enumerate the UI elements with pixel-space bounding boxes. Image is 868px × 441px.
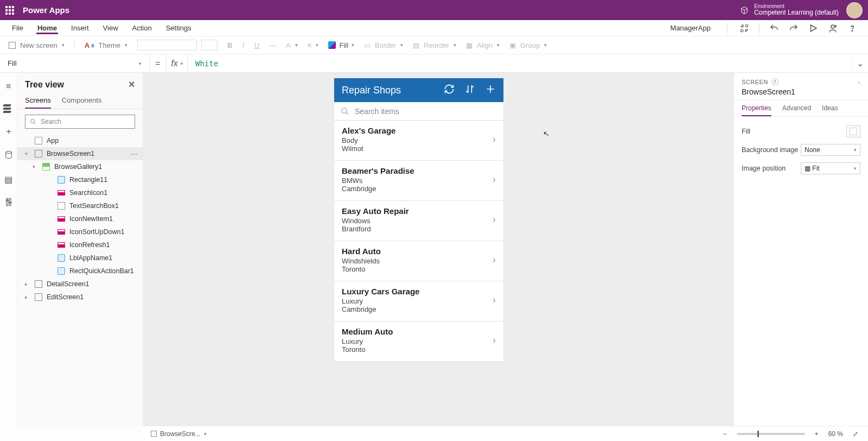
selection-dropdown-icon[interactable]: ▾ bbox=[204, 431, 207, 437]
zoom-out-button[interactable]: − bbox=[721, 430, 729, 438]
current-app-name[interactable]: ManagerApp bbox=[671, 24, 711, 32]
tree-item-editscreen1[interactable]: ▸EditScreen1 bbox=[17, 291, 143, 304]
list-item[interactable]: Beamer's ParadiseBMWsCambridge› bbox=[334, 161, 503, 201]
list-item[interactable]: Medium AutoLuxuryToronto› bbox=[334, 322, 503, 361]
selection-name[interactable]: BrowseScre... bbox=[160, 430, 201, 438]
rail-media-icon[interactable]: ▤ bbox=[3, 174, 14, 185]
fill-button[interactable]: Fill▾ bbox=[328, 41, 354, 49]
info-icon[interactable]: ? bbox=[771, 78, 778, 85]
prop-imgpos-select[interactable]: ▦ Fit▾ bbox=[801, 162, 860, 174]
prop-tab-advanced[interactable]: Advanced bbox=[782, 104, 811, 116]
tree-item-lblappname1[interactable]: LblAppName1 bbox=[17, 251, 143, 264]
rail-data-icon[interactable] bbox=[3, 150, 14, 161]
zoom-slider[interactable] bbox=[737, 433, 805, 435]
text-align-button[interactable]: ≡▾ bbox=[308, 41, 319, 49]
canvas[interactable]: Repair Shops Search items Alex's GarageB… bbox=[143, 73, 733, 426]
align-button[interactable]: ▦ Align ▾ bbox=[466, 41, 500, 49]
selection-type-icon bbox=[151, 431, 157, 437]
menu-tab-insert[interactable]: Insert bbox=[70, 22, 90, 34]
environment-name: Competent Learning (default) bbox=[754, 9, 839, 16]
title-bar: Power Apps Environment Competent Learnin… bbox=[0, 0, 868, 20]
rail-insert-icon[interactable]: ＋ bbox=[3, 126, 14, 137]
group-button[interactable]: ▣ Group ▾ bbox=[509, 41, 547, 49]
fit-to-screen-icon[interactable]: ⤢ bbox=[851, 430, 860, 438]
tree-item-rectquickactionbar1[interactable]: RectQuickActionBar1 bbox=[17, 264, 143, 278]
formula-expand-icon[interactable]: ⌄ bbox=[852, 58, 868, 68]
tree-item-detailscreen1[interactable]: ▸DetailScreen1 bbox=[17, 278, 143, 291]
menu-tab-file[interactable]: File bbox=[11, 22, 24, 34]
italic-button[interactable]: I bbox=[242, 41, 244, 49]
user-avatar[interactable] bbox=[846, 2, 863, 18]
share-icon[interactable] bbox=[828, 23, 838, 33]
underline-button[interactable]: U bbox=[254, 41, 259, 49]
app-preview: Repair Shops Search items Alex's GarageB… bbox=[334, 78, 503, 361]
menu-tab-view[interactable]: View bbox=[102, 22, 119, 34]
play-icon[interactable] bbox=[808, 23, 818, 33]
prop-tab-properties[interactable]: Properties bbox=[742, 104, 771, 116]
font-select[interactable] bbox=[137, 40, 197, 51]
zoom-in-button[interactable]: + bbox=[813, 430, 821, 438]
refresh-icon[interactable] bbox=[444, 84, 455, 97]
tree-item-browsescreen1[interactable]: ▾BrowseScreen1 bbox=[17, 147, 143, 160]
tree-item-iconnewitem1[interactable]: IconNewItem1 bbox=[17, 212, 143, 225]
zoom-value: 60 % bbox=[828, 430, 843, 438]
environment-picker[interactable]: Environment Competent Learning (default) bbox=[740, 3, 839, 16]
chevron-right-icon: › bbox=[493, 254, 496, 266]
app-checker-icon[interactable] bbox=[739, 23, 749, 33]
tree-title: Tree view bbox=[25, 80, 64, 90]
tree-item-browsegallery1[interactable]: ▾BrowseGallery1 bbox=[17, 160, 143, 173]
chevron-right-icon: › bbox=[493, 174, 496, 185]
prop-tab-ideas[interactable]: Ideas bbox=[822, 104, 838, 116]
rail-hamburger-icon[interactable]: ≡ bbox=[3, 81, 14, 91]
menu-tab-home[interactable]: Home bbox=[36, 22, 58, 34]
theme-button[interactable]: Aa Theme▾ bbox=[85, 41, 127, 49]
app-launcher-icon[interactable] bbox=[5, 6, 14, 15]
sort-icon[interactable] bbox=[464, 84, 475, 97]
tree-item-rectangle11[interactable]: Rectangle11 bbox=[17, 173, 143, 186]
tree-tab-screens[interactable]: Screens bbox=[25, 93, 51, 109]
font-color-button[interactable]: A▾ bbox=[286, 41, 298, 49]
equals-sign: = bbox=[150, 59, 166, 68]
tree-view-panel: Tree view ✕ Screens Components Search Ap… bbox=[17, 73, 143, 426]
help-icon[interactable] bbox=[847, 23, 857, 33]
rail-treeview-icon[interactable] bbox=[3, 104, 14, 113]
rail-tools-icon[interactable] bbox=[3, 198, 14, 209]
fx-icon[interactable]: fx▾ bbox=[166, 54, 188, 73]
svg-point-10 bbox=[342, 108, 347, 113]
tree-item-iconrefresh1[interactable]: IconRefresh1 bbox=[17, 238, 143, 251]
add-icon[interactable] bbox=[485, 84, 496, 97]
prop-fill-swatch[interactable] bbox=[846, 125, 860, 137]
svg-point-2 bbox=[831, 25, 834, 28]
scope-label: SCREEN bbox=[742, 79, 768, 85]
redo-icon[interactable] bbox=[789, 23, 799, 33]
paint-bucket-icon bbox=[328, 41, 336, 49]
svg-point-3 bbox=[852, 30, 853, 31]
border-button[interactable]: ▭ Border ▾ bbox=[364, 41, 403, 49]
preview-search[interactable]: Search items bbox=[334, 102, 503, 121]
font-size[interactable] bbox=[201, 40, 218, 51]
property-dropdown[interactable]: Fill▾ bbox=[0, 54, 150, 73]
tree-tab-components[interactable]: Components bbox=[62, 93, 102, 109]
tree-close-icon[interactable]: ✕ bbox=[128, 79, 135, 90]
status-bar: BrowseScre... ▾ − + 60 % ⤢ bbox=[143, 426, 868, 441]
tree-item-searchicon1[interactable]: SearchIcon1 bbox=[17, 186, 143, 199]
list-item[interactable]: Luxury Cars GarageLuxuryCambridge› bbox=[334, 281, 503, 322]
list-item[interactable]: Alex's GarageBodyWilmot› bbox=[334, 121, 503, 161]
menu-tab-settings[interactable]: Settings bbox=[165, 22, 193, 34]
tree-item-textsearchbox1[interactable]: TextSearchBox1 bbox=[17, 199, 143, 212]
new-screen-button[interactable]: New screen▾ bbox=[9, 41, 65, 49]
list-item[interactable]: Hard AutoWindshieldsToronto› bbox=[334, 241, 503, 281]
bold-button[interactable]: B bbox=[227, 41, 232, 49]
svg-point-0 bbox=[741, 29, 743, 32]
expand-icon[interactable]: › bbox=[858, 79, 860, 85]
prop-bgimage-select[interactable]: None▾ bbox=[801, 144, 860, 156]
list-item[interactable]: Easy Auto RepairWindowsBrantford› bbox=[334, 201, 503, 241]
menu-tab-action[interactable]: Action bbox=[131, 22, 153, 34]
tree-search-input[interactable]: Search bbox=[25, 115, 135, 129]
reorder-button[interactable]: ▤ Reorder ▾ bbox=[413, 41, 456, 49]
formula-input[interactable]: White bbox=[188, 59, 852, 68]
tree-item-app[interactable]: App bbox=[17, 134, 143, 147]
tree-item-iconsortupdown1[interactable]: IconSortUpDown1 bbox=[17, 225, 143, 238]
undo-icon[interactable] bbox=[769, 23, 779, 33]
strike-button[interactable]: — bbox=[269, 41, 276, 49]
